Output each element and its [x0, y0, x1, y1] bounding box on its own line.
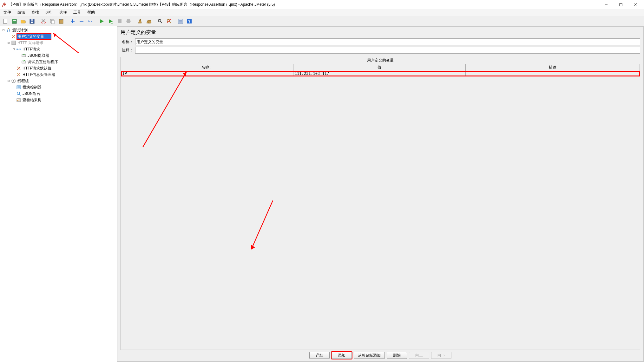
tree-toggle[interactable]	[2, 27, 5, 33]
tree-json-assertion[interactable]: JSON断言	[22, 90, 41, 97]
tree-toggle[interactable]	[12, 46, 16, 52]
menu-tools[interactable]: 工具	[70, 9, 84, 16]
open-button[interactable]	[19, 17, 27, 25]
user-vars-icon	[11, 34, 16, 39]
clear-button[interactable]	[136, 17, 144, 25]
function-helper-button[interactable]	[176, 17, 185, 25]
properties-panel: 用户定义的变量 名称： 注释： 用户定义的变量 名称： 值 描述	[117, 26, 644, 362]
svg-point-42	[16, 49, 18, 50]
stop-button[interactable]	[115, 17, 124, 25]
tree-toggle[interactable]	[7, 78, 10, 84]
thread-group-icon	[11, 78, 16, 83]
svg-point-54	[17, 92, 20, 95]
http-defaults-icon	[16, 66, 21, 71]
cell-desc[interactable]	[465, 71, 640, 76]
test-plan-icon	[6, 28, 11, 33]
http-header-mgr-icon	[16, 72, 21, 77]
paste-button[interactable]	[57, 17, 65, 25]
name-label: 名称：	[121, 39, 133, 45]
json-assertion-icon	[16, 91, 21, 96]
help-button[interactable]: ?	[185, 17, 194, 25]
delete-button[interactable]: 删除	[387, 352, 407, 359]
cell-value[interactable]: 111.231.103.117	[293, 71, 465, 76]
templates-button[interactable]	[10, 17, 18, 25]
menu-edit[interactable]: 编辑	[14, 9, 28, 16]
expand-button[interactable]	[69, 17, 77, 25]
toggle-button[interactable]	[86, 17, 95, 25]
menu-search[interactable]: 查找	[28, 9, 42, 16]
view-results-icon	[16, 97, 21, 102]
col-name[interactable]: 名称：	[121, 64, 293, 71]
toolbar: ?	[0, 16, 644, 26]
search-button[interactable]	[156, 17, 164, 25]
titlebar: 【P48】响应断言（Response Assertion）.jmx (D:\De…	[0, 0, 644, 9]
svg-rect-8	[31, 22, 33, 23]
cell-name[interactable]: IP	[121, 71, 293, 76]
table-row[interactable]: IP 111.231.103.117	[121, 71, 640, 76]
maximize-button[interactable]	[614, 1, 628, 9]
up-button[interactable]: 向上	[409, 352, 429, 359]
reset-search-button[interactable]	[165, 17, 173, 25]
svg-rect-6	[13, 20, 16, 21]
menu-bar: 文件 编辑 查找 运行 选项 工具 帮助	[0, 9, 644, 16]
tree-http-request[interactable]: HTTP请求	[22, 46, 41, 52]
menu-file[interactable]: 文件	[0, 9, 14, 16]
tree-http-sampler[interactable]: HTTP 采样请求	[17, 40, 44, 46]
svg-line-28	[161, 22, 162, 23]
col-desc[interactable]: 描述	[465, 64, 640, 71]
svg-line-55	[19, 94, 21, 95]
collapse-button[interactable]	[77, 17, 86, 25]
tree-user-vars[interactable]: 用户定义的变量	[17, 33, 51, 40]
name-input[interactable]	[135, 38, 640, 45]
tree-http-header-mgr[interactable]: HTTP信息头管理器	[22, 71, 56, 78]
new-button[interactable]	[1, 17, 10, 25]
menu-help[interactable]: 帮助	[84, 9, 98, 16]
menu-run[interactable]: 运行	[42, 9, 56, 16]
svg-rect-1	[620, 3, 622, 6]
cut-button[interactable]	[39, 17, 48, 25]
comment-input[interactable]	[135, 47, 640, 54]
close-button[interactable]	[628, 1, 642, 9]
svg-line-30	[169, 22, 171, 23]
svg-point-38	[8, 28, 9, 29]
add-from-clipboard-button[interactable]: 从剪贴板添加	[354, 352, 385, 359]
menu-options[interactable]: 选项	[56, 9, 70, 16]
http-request-icon	[16, 47, 21, 52]
svg-rect-41	[12, 41, 16, 45]
tree-view-results[interactable]: 查看结果树	[22, 97, 42, 103]
svg-marker-21	[100, 19, 104, 23]
tree-json-extractor[interactable]: JSON提取器	[27, 52, 50, 59]
add-button[interactable]: 添加	[332, 352, 352, 359]
svg-rect-24	[118, 19, 122, 23]
svg-rect-17	[60, 19, 62, 20]
svg-marker-25	[126, 19, 131, 23]
http-sampler-icon	[11, 40, 16, 45]
tree-thread-group[interactable]: 线程组	[17, 78, 30, 84]
tree-test-plan[interactable]: 测试计划	[12, 27, 28, 33]
tree-module-controller[interactable]: 模块控制器	[22, 84, 42, 90]
svg-point-50	[13, 80, 14, 82]
save-button[interactable]	[28, 17, 36, 25]
svg-text:?: ?	[188, 19, 190, 24]
module-controller-icon	[16, 85, 21, 90]
down-button[interactable]: 向下	[431, 352, 451, 359]
tree-postprocessor[interactable]: 调试后置处理程序	[27, 59, 59, 65]
clear-all-button[interactable]	[145, 17, 153, 25]
variables-section-title: 用户定义的变量	[121, 57, 640, 64]
svg-point-23	[111, 22, 113, 23]
start-no-timers-button[interactable]	[107, 17, 115, 25]
col-value[interactable]: 值	[293, 64, 465, 71]
detail-button[interactable]: 详细	[309, 352, 330, 359]
tree-http-defaults[interactable]: HTTP请求默认值	[22, 65, 52, 71]
shutdown-button[interactable]	[124, 17, 133, 25]
svg-rect-26	[140, 19, 141, 20]
variables-table[interactable]: 名称： 值 描述 IP 111.231.103.117	[121, 64, 640, 350]
tree-pane[interactable]: 测试计划 用户定义的变量 HTTP 采样请求	[0, 26, 117, 362]
panel-title: 用户定义的变量	[117, 27, 643, 38]
postprocessor-icon	[21, 59, 26, 64]
start-button[interactable]	[98, 17, 106, 25]
minimize-button[interactable]	[599, 1, 613, 9]
tree-toggle[interactable]	[7, 40, 10, 46]
jmeter-logo-icon	[2, 2, 7, 7]
copy-button[interactable]	[48, 17, 56, 25]
